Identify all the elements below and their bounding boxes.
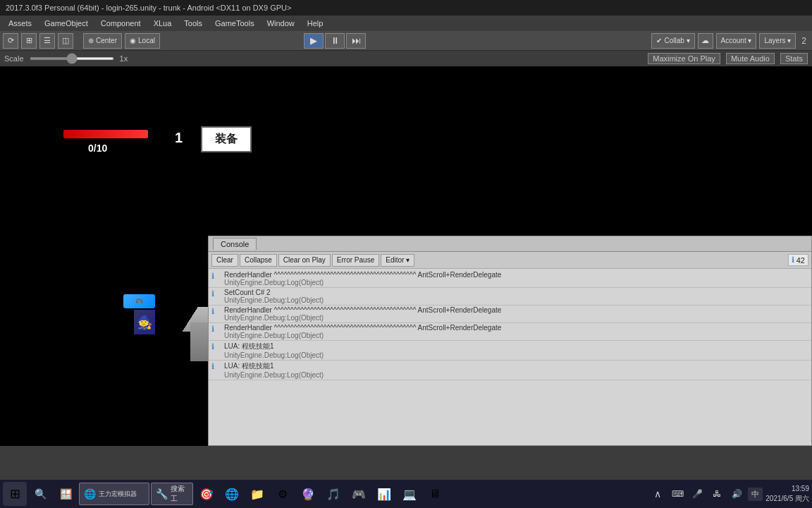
local-button[interactable]: ◉ Local bbox=[125, 33, 160, 49]
account-button[interactable]: Account ▾ bbox=[716, 33, 757, 49]
log-line1: RenderHandler ^^^^^^^^^^^^^^^^^^^^^^^^^^… bbox=[224, 324, 808, 332]
error-pause-button[interactable]: Error Pause bbox=[332, 254, 379, 267]
log-text: LUA: 程统技能1 UnityEngine.Debug:Log(Object) bbox=[224, 361, 808, 379]
app8-icon[interactable]: 📊 bbox=[372, 482, 396, 506]
layout-button[interactable]: ◫ bbox=[58, 33, 73, 49]
menu-tools[interactable]: Tools bbox=[178, 18, 208, 29]
mic-icon[interactable]: 🎤 bbox=[689, 485, 706, 502]
vs-icon[interactable]: 🖥 bbox=[423, 482, 447, 506]
browser-icon[interactable]: 🌐 bbox=[220, 482, 244, 506]
log-text: RenderHandler ^^^^^^^^^^^^^^^^^^^^^^^^^^… bbox=[224, 306, 808, 322]
console-toolbar: Clear Collapse Clear on Play Error Pause… bbox=[209, 252, 811, 269]
log-info-icon: ℹ bbox=[211, 325, 221, 334]
log-text: LUA: 程统技能1 UnityEngine.Debug:Log(Object) bbox=[224, 341, 808, 359]
brave-icon[interactable]: 🎯 bbox=[195, 482, 219, 506]
menu-gameobject[interactable]: GameObject bbox=[39, 18, 94, 29]
lang-indicator[interactable]: 中 bbox=[748, 488, 763, 501]
play-button[interactable]: ▶ bbox=[304, 33, 324, 49]
menu-gametools[interactable]: GameTools bbox=[209, 18, 260, 29]
ie-icon: 🌐 bbox=[84, 488, 96, 500]
hud-health-bar bbox=[63, 130, 148, 138]
log-line2: UnityEngine.Debug:Log(Object) bbox=[224, 279, 808, 286]
log-entry[interactable]: ℹ LUA: 程统技能1 UnityEngine.Debug:Log(Objec… bbox=[209, 341, 811, 361]
log-text: RenderHandler ^^^^^^^^^^^^^^^^^^^^^^^^^^… bbox=[224, 271, 808, 286]
stats-button[interactable]: Stats bbox=[780, 53, 808, 64]
log-info-icon: ℹ bbox=[211, 362, 221, 371]
start-button[interactable]: ⊞ bbox=[3, 482, 27, 506]
play-controls: ▶ ⏸ ⏭ bbox=[304, 33, 366, 49]
scale-slider[interactable] bbox=[30, 57, 114, 60]
vscode-icon[interactable]: 💻 bbox=[398, 482, 422, 506]
clock-date: 2021/6/5 周六 bbox=[765, 494, 809, 504]
keyboard-icon[interactable]: ⌨ bbox=[669, 485, 686, 502]
log-line1: LUA: 程统技能1 bbox=[224, 341, 808, 351]
editor-button[interactable]: Editor ▾ bbox=[381, 254, 414, 267]
log-entry[interactable]: ℹ RenderHandler ^^^^^^^^^^^^^^^^^^^^^^^^… bbox=[209, 270, 811, 288]
pause-button[interactable]: ⏸ bbox=[325, 33, 345, 49]
log-text: RenderHandler ^^^^^^^^^^^^^^^^^^^^^^^^^^… bbox=[224, 324, 808, 339]
layers-button[interactable]: Layers ▾ bbox=[759, 33, 796, 49]
menu-help[interactable]: Help bbox=[302, 18, 329, 29]
settings-icon[interactable]: ⚙ bbox=[271, 482, 295, 506]
info-icon: ℹ bbox=[792, 255, 794, 265]
collab-icon: ✔ bbox=[656, 37, 662, 44]
clear-button[interactable]: Clear bbox=[211, 254, 238, 267]
title-bar: 2017.3.0f3 Personal (64bit) - login-265.… bbox=[0, 0, 812, 16]
menu-component[interactable]: Component bbox=[95, 18, 147, 29]
collab-button[interactable]: ✔ Collab ▾ bbox=[651, 33, 694, 49]
console-body[interactable]: ℹ RenderHandler ^^^^^^^^^^^^^^^^^^^^^^^^… bbox=[209, 269, 811, 445]
character-body: 🧙 bbox=[134, 310, 155, 334]
menu-bar: Assets GameObject Component XLua Tools G… bbox=[0, 16, 812, 31]
hud-number: 1 bbox=[175, 130, 183, 146]
console-count: ℹ 42 bbox=[788, 254, 808, 266]
search-button[interactable]: 🔍 bbox=[28, 482, 52, 506]
expand-tray-icon[interactable]: ∧ bbox=[649, 485, 666, 502]
mute-audio-button[interactable]: Mute Audio bbox=[726, 53, 775, 64]
log-entry[interactable]: ℹ RenderHandler ^^^^^^^^^^^^^^^^^^^^^^^^… bbox=[209, 306, 811, 323]
game-scene: 0/10 1 装备 🎮 🧙 回复术 暴击率 buff 火球术 bbox=[0, 66, 812, 446]
maximize-on-play-button[interactable]: Maximize On Play bbox=[648, 53, 720, 64]
menu-window[interactable]: Window bbox=[262, 18, 300, 29]
center-button[interactable]: ⊕ ⊕ Center Center bbox=[83, 33, 122, 49]
toolbar-app[interactable]: 🔧 搜索工 bbox=[151, 483, 193, 505]
log-entry[interactable]: ℹ SetCount C# 2 UnityEngine.Debug:Log(Ob… bbox=[209, 288, 811, 306]
app6-icon[interactable]: 🎵 bbox=[321, 482, 345, 506]
grid-button[interactable]: ⊞ bbox=[21, 33, 37, 49]
taskbar-right: ∧ ⌨ 🎤 🖧 🔊 中 13:59 2021/6/5 周六 bbox=[649, 484, 809, 504]
health-bar-background bbox=[63, 130, 148, 138]
log-line2: UnityEngine.Debug:Log(Object) bbox=[224, 314, 808, 322]
network-icon[interactable]: 🖧 bbox=[708, 485, 725, 502]
layers-number: 2 bbox=[799, 36, 809, 46]
list-button[interactable]: ☰ bbox=[39, 33, 55, 49]
log-entry[interactable]: ℹ RenderHandler ^^^^^^^^^^^^^^^^^^^^^^^^… bbox=[209, 323, 811, 341]
log-text: SetCount C# 2 UnityEngine.Debug:Log(Obje… bbox=[224, 289, 808, 304]
app5-icon[interactable]: 🔮 bbox=[296, 482, 320, 506]
cloud-button[interactable]: ☁ bbox=[698, 33, 713, 49]
files-icon[interactable]: 📁 bbox=[245, 482, 269, 506]
log-line1: RenderHandler ^^^^^^^^^^^^^^^^^^^^^^^^^^… bbox=[224, 306, 808, 314]
ie-label: 王力宏模拟器 bbox=[99, 490, 137, 499]
equip-button[interactable]: 装备 bbox=[201, 126, 252, 152]
ie-app[interactable]: 🌐 王力宏模拟器 bbox=[79, 483, 149, 505]
clock-area: 13:59 2021/6/5 周六 bbox=[765, 484, 809, 504]
toolbar: ⟳ ⊞ ☰ ◫ ⊕ ⊕ Center Center ◉ Local ▶ ⏸ ⏭ … bbox=[0, 31, 812, 51]
scene-area: Scale 1x Maximize On Play Mute Audio Sta… bbox=[0, 51, 812, 446]
step-button[interactable]: ⏭ bbox=[346, 33, 366, 49]
character-sprite: 🎮 🧙 bbox=[123, 294, 166, 337]
unity-icon[interactable]: 🎮 bbox=[347, 482, 371, 506]
log-entry[interactable]: ℹ LUA: 程统技能1 UnityEngine.Debug:Log(Objec… bbox=[209, 361, 811, 380]
health-bar-fill bbox=[63, 130, 148, 138]
log-line2: UnityEngine.Debug:Log(Object) bbox=[224, 332, 808, 339]
console-tab[interactable]: Console bbox=[213, 238, 257, 250]
log-line1: LUA: 程统技能1 bbox=[224, 361, 808, 371]
task-view-button[interactable]: 🪟 bbox=[54, 482, 78, 506]
scene-top-bar: Scale 1x Maximize On Play Mute Audio Sta… bbox=[0, 51, 812, 66]
log-info-icon: ℹ bbox=[211, 289, 221, 298]
speaker-icon[interactable]: 🔊 bbox=[728, 485, 745, 502]
refresh-button[interactable]: ⟳ bbox=[3, 33, 18, 49]
menu-assets[interactable]: Assets bbox=[3, 18, 37, 29]
clear-on-play-button[interactable]: Clear on Play bbox=[278, 254, 331, 267]
menu-xlua[interactable]: XLua bbox=[148, 18, 178, 29]
collapse-button[interactable]: Collapse bbox=[240, 254, 277, 267]
toolbar-app-label: 搜索工 bbox=[171, 484, 188, 504]
